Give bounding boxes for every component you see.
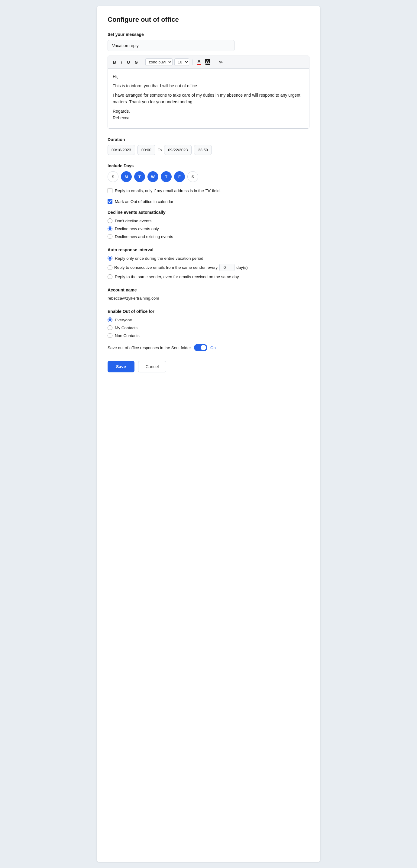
mark-calendar-checkbox[interactable] <box>108 199 112 204</box>
auto-response-label-2: Reply to consecutive emails from the sam… <box>114 265 217 270</box>
account-name-section: Account name rebecca@zylkertraining.com <box>108 287 309 301</box>
auto-response-label-1: Reply only once during the entire vacati… <box>115 256 203 261</box>
enable-for-label-2: My Contacts <box>115 326 138 330</box>
end-date-field[interactable]: 09/22/2023 <box>164 145 191 155</box>
decline-events-section: Decline events automatically Don't decli… <box>108 210 309 239</box>
decline-radio-3[interactable] <box>108 234 112 239</box>
bold-button[interactable]: B <box>112 59 118 65</box>
auto-response-title: Auto response interval <box>108 247 309 252</box>
font-color-letter: A <box>197 59 200 63</box>
decline-option-1: Don't decline events <box>108 218 309 223</box>
editor-body[interactable]: Hi, This is to inform you that I will be… <box>108 68 309 128</box>
enable-for-radio-3[interactable] <box>108 333 112 338</box>
day-tuesday[interactable]: T <box>134 171 145 182</box>
strikethrough-button[interactable]: S <box>133 59 139 65</box>
page-title: Configure out of office <box>108 16 309 24</box>
toolbar-divider-3 <box>214 60 214 65</box>
font-color-button[interactable]: A <box>196 59 202 65</box>
day-sunday[interactable]: S <box>108 171 118 182</box>
end-time-field[interactable]: 23:59 <box>194 145 212 155</box>
italic-button[interactable]: I <box>119 59 124 65</box>
day-suffix: day(s) <box>236 265 248 270</box>
editor-container: B I U S zoho puvi 10 A A ≫ Hi, <box>108 56 309 129</box>
decline-events-title: Decline events automatically <box>108 210 309 215</box>
mark-calendar-label: Mark as Out of office in calendar <box>115 199 174 204</box>
days-row: S M T W T F S <box>108 171 309 182</box>
auto-response-label-3: Reply to the same sender, even for email… <box>115 275 239 279</box>
day-friday[interactable]: F <box>174 171 185 182</box>
font-color-bar <box>197 64 201 65</box>
footer-buttons: Save Cancel <box>108 361 309 372</box>
day-interval-input[interactable] <box>219 264 235 271</box>
reply-to-field-checkbox[interactable] <box>108 188 112 193</box>
enable-for-label-3: Non Contacts <box>115 334 140 338</box>
toggle-on-label: On <box>210 345 216 350</box>
save-button[interactable]: Save <box>108 361 135 372</box>
duration-row: 09/18/2023 00:00 To 09/22/2023 23:59 <box>108 145 309 155</box>
highlight-letter: A <box>205 59 209 63</box>
message-section-label: Set your message <box>108 32 309 37</box>
decline-label-1: Don't decline events <box>115 219 151 223</box>
editor-line-2: This is to inform you that I will be out… <box>113 83 304 89</box>
account-name-title: Account name <box>108 287 309 292</box>
enable-for-option-3: Non Contacts <box>108 333 309 338</box>
day-saturday[interactable]: S <box>187 171 198 182</box>
decline-option-2: Decline new events only <box>108 226 309 231</box>
duration-section: Duration 09/18/2023 00:00 To 09/22/2023 … <box>108 137 309 155</box>
day-wednesday[interactable]: W <box>147 171 158 182</box>
decline-radio-1[interactable] <box>108 218 112 223</box>
editor-line-1: Hi, <box>113 73 304 80</box>
decline-radio-2[interactable] <box>108 226 112 231</box>
auto-response-radio-3[interactable] <box>108 274 112 279</box>
toolbar-divider-1 <box>142 60 142 65</box>
sent-folder-label: Save out of office responses in the Sent… <box>108 345 191 350</box>
auto-response-radio-1[interactable] <box>108 256 112 261</box>
highlight-color-bar <box>206 64 210 65</box>
enable-for-option-1: Everyone <box>108 317 309 322</box>
enable-for-option-2: My Contacts <box>108 325 309 330</box>
auto-response-option-1: Reply only once during the entire vacati… <box>108 256 309 261</box>
sent-folder-toggle[interactable] <box>194 344 207 351</box>
start-time-field[interactable]: 00:00 <box>138 145 155 155</box>
editor-line-4: Regards,Rebecca <box>113 108 304 121</box>
highlight-color-button[interactable]: A <box>204 59 211 65</box>
more-options-icon[interactable]: ≫ <box>217 59 225 65</box>
reply-to-field-row: Reply to emails, only if my email addres… <box>108 188 309 193</box>
toolbar-divider-2 <box>192 60 192 65</box>
font-family-select[interactable]: zoho puvi <box>145 58 173 66</box>
account-name-value: rebecca@zylkertraining.com <box>108 296 309 301</box>
start-date-field[interactable]: 09/18/2023 <box>108 145 135 155</box>
editor-line-3: I have arranged for someone to take care… <box>113 92 304 105</box>
decline-label-2: Decline new events only <box>115 226 159 231</box>
enable-for-radio-2[interactable] <box>108 325 112 330</box>
day-thursday[interactable]: T <box>161 171 172 182</box>
include-days-label: Include Days <box>108 163 309 168</box>
configure-ooo-card: Configure out of office Set your message… <box>97 6 320 862</box>
mark-calendar-row: Mark as Out of office in calendar <box>108 199 309 204</box>
include-days-section: Include Days S M T W T F S <box>108 163 309 182</box>
duration-to: To <box>158 148 162 152</box>
auto-response-option-3: Reply to the same sender, even for email… <box>108 274 309 279</box>
cancel-button[interactable]: Cancel <box>138 361 167 372</box>
duration-label: Duration <box>108 137 309 142</box>
auto-response-option-2: Reply to consecutive emails from the sam… <box>108 264 309 271</box>
decline-label-3: Decline new and existing events <box>115 235 173 239</box>
decline-option-3: Decline new and existing events <box>108 234 309 239</box>
auto-response-section: Auto response interval Reply only once d… <box>108 247 309 279</box>
enable-for-section: Enable Out of office for Everyone My Con… <box>108 309 309 338</box>
reply-to-field-label: Reply to emails, only if my email addres… <box>115 188 220 193</box>
day-monday[interactable]: M <box>121 171 132 182</box>
toggle-slider <box>194 344 207 351</box>
auto-response-radio-2[interactable] <box>108 265 112 270</box>
enable-for-title: Enable Out of office for <box>108 309 309 314</box>
font-size-select[interactable]: 10 <box>174 58 189 66</box>
underline-button[interactable]: U <box>125 59 131 65</box>
editor-toolbar: B I U S zoho puvi 10 A A ≫ <box>108 56 309 68</box>
enable-for-radio-1[interactable] <box>108 317 112 322</box>
subject-input[interactable] <box>108 40 235 51</box>
sent-folder-row: Save out of office responses in the Sent… <box>108 344 309 351</box>
enable-for-label-1: Everyone <box>115 318 132 322</box>
